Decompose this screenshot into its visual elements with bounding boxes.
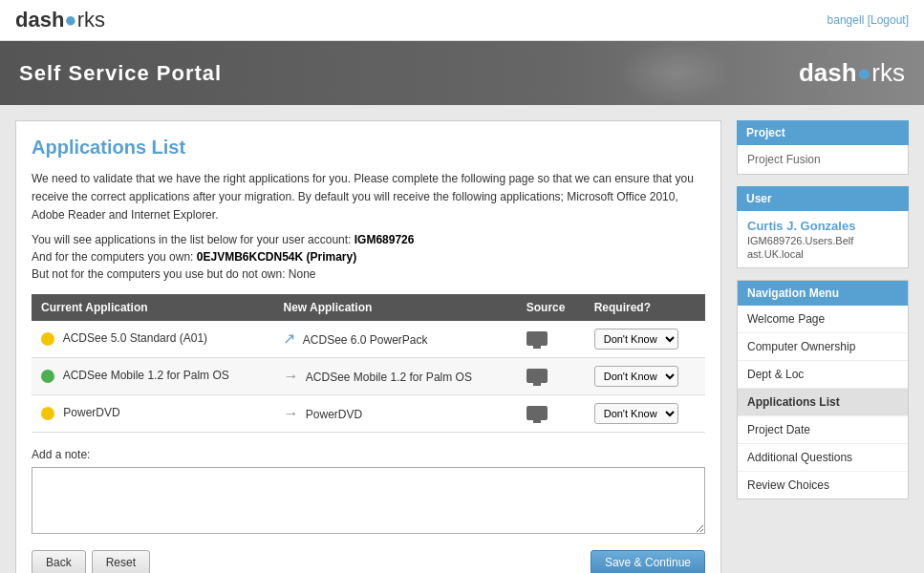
table-body: ACDSee 5.0 Standard (A01) ↗ ACDSee 6.0 P… [32, 321, 705, 433]
source-cell [517, 321, 585, 358]
nav-items-container: Welcome PageComputer OwnershipDept & Loc… [738, 306, 908, 499]
required-cell[interactable]: Don't KnowYesNo [585, 357, 705, 394]
col-header-current: Current Application [32, 294, 273, 321]
status-icon [41, 332, 54, 346]
note-textarea[interactable] [32, 467, 705, 534]
intro-text-1: We need to validate that we have the rig… [32, 170, 705, 225]
current-app-cell: ACDSee 5.0 Standard (A01) [32, 321, 273, 358]
sidebar-project-name: Project Fusion [737, 145, 909, 175]
sidebar-user-section: User Curtis J. Gonzales IGM689726.Users.… [737, 186, 909, 268]
table-header-row: Current Application New Application Sour… [32, 294, 705, 321]
logo-dash: dash [15, 8, 64, 32]
reset-button[interactable]: Reset [92, 550, 150, 573]
source-computer-icon [526, 406, 548, 420]
nav-item-applications-list[interactable]: Applications List [738, 389, 908, 416]
sidebar-project-section: Project Project Fusion [737, 120, 909, 175]
col-header-required: Required? [585, 294, 705, 321]
navigation-menu: Navigation Menu Welcome PageComputer Own… [737, 280, 909, 499]
top-bar: dash●rks bangell [Logout] [0, 0, 924, 41]
upgrade-arrow-icon: ↗ [283, 330, 295, 347]
page-title: Applications List [32, 137, 705, 159]
app-logo: dash●rks [15, 8, 105, 32]
sidebar-user-detail1: IGM689726.Users.Belf [747, 235, 898, 246]
user-logout-link[interactable]: bangell [Logout] [827, 13, 909, 27]
required-dropdown[interactable]: Don't KnowYesNo [594, 366, 678, 387]
required-dropdown[interactable]: Don't KnowYesNo [594, 403, 678, 424]
col-header-new: New Application [273, 294, 516, 321]
applications-table: Current Application New Application Sour… [32, 294, 705, 433]
source-cell [517, 357, 585, 394]
table-row: PowerDVD → PowerDVD Don't KnowYesNo [32, 394, 705, 432]
sidebar: Project Project Fusion User Curtis J. Go… [737, 120, 909, 573]
current-app-cell: ACDSee Mobile 1.2 for Palm OS [32, 357, 273, 394]
computer-id: 0EJVMB6KCDN54K (Primary) [197, 250, 356, 264]
back-button[interactable]: Back [32, 550, 86, 573]
current-app-name: PowerDVD [63, 406, 119, 419]
logo-dot: ● [64, 8, 76, 32]
source-computer-icon [526, 331, 548, 346]
new-app-cell: ↗ ACDSee 6.0 PowerPack [273, 321, 516, 358]
required-cell[interactable]: Don't KnowYesNo [585, 394, 705, 432]
current-app-name: ACDSee Mobile 1.2 for Palm OS [63, 369, 229, 382]
button-row: Back Reset Save & Continue [32, 550, 705, 573]
new-app-cell: → ACDSee Mobile 1.2 for Palm OS [273, 357, 516, 394]
account-info-line3: But not for the computers you use but do… [32, 267, 705, 281]
header-logo-dot: ● [857, 58, 872, 87]
header-logo-works: rks [871, 58, 905, 87]
header-logo-dash: dash [799, 58, 857, 87]
left-buttons: Back Reset [32, 550, 150, 573]
source-computer-icon [526, 369, 548, 383]
sidebar-user-info: Curtis J. Gonzales IGM689726.Users.Belf … [737, 211, 909, 268]
intro-text-2: You will see applications in the list be… [32, 233, 351, 246]
save-continue-button[interactable]: Save & Continue [591, 550, 705, 573]
account-id: IGM689726 [355, 233, 415, 246]
col-header-source: Source [517, 294, 585, 321]
header-title: Self Service Portal [19, 61, 222, 86]
current-app-cell: PowerDVD [32, 394, 273, 432]
main-container: Applications List We need to validate th… [0, 105, 924, 573]
note-section: Add a note: [32, 448, 705, 537]
header-banner: Self Service Portal dash●rks [0, 41, 924, 105]
sidebar-user-name: Curtis J. Gonzales [747, 219, 898, 233]
content-area: Applications List We need to validate th… [15, 120, 721, 573]
logo-works: rks [77, 8, 105, 32]
new-app-cell: → PowerDVD [273, 394, 516, 432]
sidebar-project-header: Project [737, 120, 909, 145]
account-info-line1: You will see applications in the list be… [32, 233, 705, 246]
current-app-name: ACDSee 5.0 Standard (A01) [63, 331, 207, 345]
nav-item-additional-questions[interactable]: Additional Questions [738, 444, 908, 472]
new-app-name: ACDSee 6.0 PowerPack [303, 333, 428, 347]
same-arrow-icon: → [283, 368, 298, 384]
account-info-line2: And for the computers you own: 0EJVMB6KC… [32, 250, 705, 264]
header-logo: dash●rks [799, 58, 905, 88]
nav-item-dept-&-loc[interactable]: Dept & Loc [738, 361, 908, 389]
nav-item-review-choices[interactable]: Review Choices [738, 472, 908, 499]
required-cell[interactable]: Don't KnowYesNo [585, 321, 705, 358]
new-app-name: ACDSee Mobile 1.2 for Palm OS [306, 371, 472, 384]
same-arrow-icon: → [283, 405, 298, 421]
sidebar-user-detail2: ast.UK.local [747, 248, 898, 260]
nav-item-welcome-page[interactable]: Welcome Page [738, 306, 908, 333]
status-icon [41, 407, 54, 420]
source-cell [517, 394, 585, 432]
status-icon [41, 370, 54, 383]
table-row: ACDSee Mobile 1.2 for Palm OS → ACDSee M… [32, 357, 705, 394]
required-dropdown[interactable]: Don't KnowYesNo [594, 329, 678, 350]
new-app-name: PowerDVD [306, 408, 362, 421]
nav-menu-header: Navigation Menu [738, 281, 908, 306]
nav-item-project-date[interactable]: Project Date [738, 416, 908, 444]
no-own-val: None [289, 267, 316, 281]
nav-item-computer-ownership[interactable]: Computer Ownership [738, 333, 908, 361]
table-row: ACDSee 5.0 Standard (A01) ↗ ACDSee 6.0 P… [32, 321, 705, 358]
sidebar-user-header: User [737, 186, 909, 211]
note-label: Add a note: [32, 448, 705, 461]
